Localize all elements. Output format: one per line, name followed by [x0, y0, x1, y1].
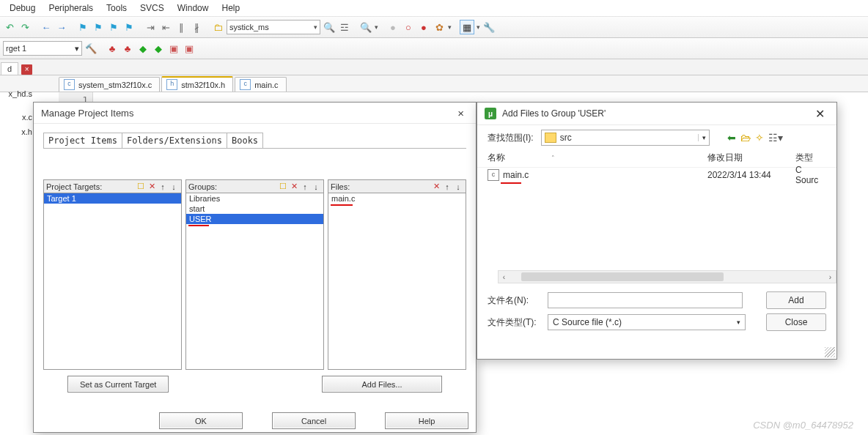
file-icon: h [166, 79, 177, 90]
redo-icon[interactable]: ↷ [18, 21, 32, 34]
options-icon[interactable]: ✿ [433, 21, 446, 34]
debug-red-ring-icon[interactable]: ○ [402, 21, 415, 34]
tree-item[interactable]: x.c [0, 113, 32, 122]
target-dropdown[interactable]: rget 1▾ [3, 41, 82, 56]
undo-icon[interactable]: ↶ [3, 21, 16, 34]
build-toolbar: rget 1▾ 🔨 ♣ ♣ ◆ ◆ ▣ ▣ [0, 38, 868, 59]
indent-icon[interactable]: ⇥ [144, 21, 157, 34]
zoom-icon[interactable]: 🔍 [359, 21, 372, 34]
options-target-icon[interactable]: 🔨 [84, 42, 98, 55]
menu-debug[interactable]: Debug [3, 3, 42, 13]
close-icon[interactable]: ✕ [811, 105, 829, 122]
menu-peripherals[interactable]: Peripherals [42, 3, 100, 13]
stop-build-icon[interactable]: ▣ [167, 42, 180, 55]
project-tree-fragment: x_hd.s x.c x.h [0, 89, 32, 122]
bookmark-icon[interactable]: ⚑ [76, 21, 89, 34]
menu-svcs[interactable]: SVCS [133, 3, 171, 13]
dialog-title-bar: Manage Project Items × [34, 103, 476, 122]
menu-window[interactable]: Window [171, 3, 216, 13]
file-tab[interactable]: cmain.c [235, 77, 286, 92]
project-name-dropdown[interactable]: systick_ms▾ [227, 20, 320, 34]
main-toolbar: ↶ ↷ ← → ⚑ ⚑ ⚑ ⚑ ⇥ ⇤ ∥ ∦ 🗀 systick_ms▾ 🔍 … [0, 17, 868, 38]
tree-item[interactable]: x_hd.s [0, 89, 32, 104]
close-icon[interactable]: × [453, 105, 468, 121]
left-panel-tab: d × [0, 59, 868, 75]
uncomment-icon[interactable]: ∦ [190, 21, 203, 34]
batch-build-icon[interactable]: ◆ [152, 42, 165, 55]
manage-project-items-dialog: Manage Project Items × Project Items Fol… [33, 102, 477, 122]
forward-icon[interactable]: → [55, 21, 68, 34]
panel-tab-label[interactable]: d [1, 62, 18, 75]
bookmark-prev-icon[interactable]: ⚑ [92, 21, 105, 34]
window-icon[interactable]: ▦ [460, 20, 474, 34]
build-icon[interactable]: ♣ [121, 42, 134, 55]
download-icon[interactable]: ▣ [183, 42, 196, 55]
rebuild-icon[interactable]: ◆ [136, 42, 150, 55]
find-in-files-icon[interactable]: ☲ [338, 21, 351, 34]
menu-help[interactable]: Help [215, 3, 246, 13]
file-tab-bar: csystem_stm32f10x.c hstm32f10x.h cmain.c [0, 75, 868, 92]
app-menubar: Debug Peripherals Tools SVCS Window Help [0, 0, 868, 17]
close-icon[interactable]: × [21, 64, 32, 75]
bookmark-next-icon[interactable]: ⚑ [107, 21, 120, 34]
add-files-dialog: μ Add Files to Group 'USER' ✕ 查找范围(I): s… [477, 102, 837, 122]
folder-icon[interactable]: 🗀 [211, 21, 224, 34]
comment-icon[interactable]: ∥ [174, 21, 188, 34]
file-icon: c [240, 79, 251, 90]
menu-tools[interactable]: Tools [100, 3, 133, 13]
app-icon: μ [485, 108, 496, 119]
bookmark-clear-icon[interactable]: ⚑ [122, 21, 136, 34]
file-tab[interactable]: csystem_stm32f10x.c [59, 77, 160, 92]
debug-red-icon[interactable]: ● [417, 21, 430, 34]
file-icon: c [64, 79, 75, 90]
outdent-icon[interactable]: ⇤ [159, 21, 172, 34]
back-icon[interactable]: ← [40, 21, 53, 34]
debug-gray-icon[interactable]: ● [386, 21, 400, 34]
dialog-title-bar: μ Add Files to Group 'USER' ✕ [477, 103, 836, 122]
file-tab-active[interactable]: hstm32f10x.h [161, 76, 233, 92]
find-icon[interactable]: 🔍 [323, 21, 336, 34]
wrench-icon[interactable]: 🔧 [482, 21, 496, 34]
dialog-title: Add Files to Group 'USER' [502, 108, 606, 119]
dialog-title: Manage Project Items [41, 108, 133, 119]
manage-items-icon[interactable]: ♣ [106, 42, 119, 55]
